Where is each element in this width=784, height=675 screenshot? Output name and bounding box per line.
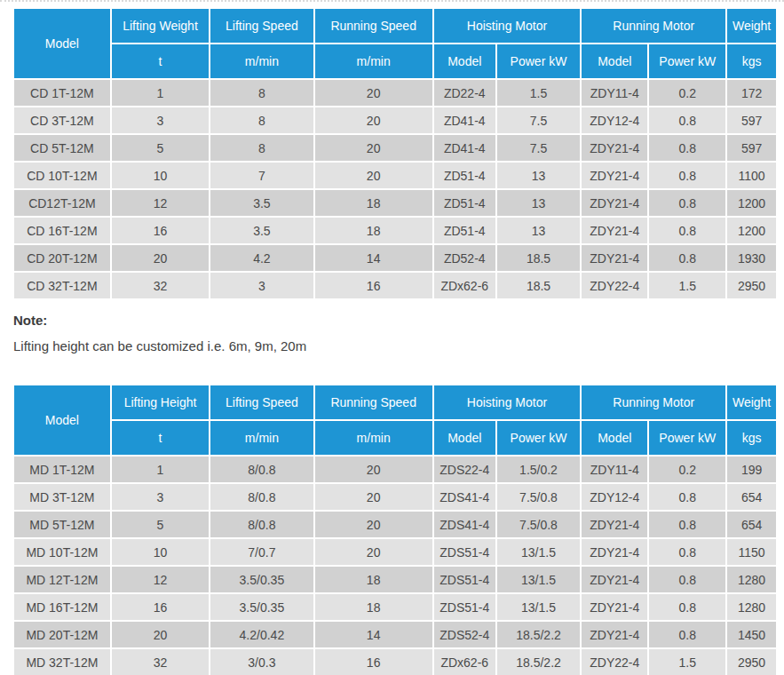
table-cell: 0.8 xyxy=(649,107,725,133)
header-model: Model xyxy=(14,385,110,455)
table-cell: 13 xyxy=(497,218,580,243)
note-text: Lifting height can be customized i.e. 6m… xyxy=(13,338,778,353)
model-cell: CD12T-12M xyxy=(14,190,110,216)
table-cell: 13 xyxy=(497,190,580,216)
table-row: MD 3T-12M38/0.820ZDS41-47.5/0.8ZDY12-40.… xyxy=(14,484,776,510)
header-unit-mmin-running: m/min xyxy=(315,44,432,78)
header-running-model: Model xyxy=(582,44,647,78)
header-running-motor: Running Motor xyxy=(582,9,725,43)
table-row: CD 16T-12M163.518ZD51-413ZDY21-40.81200 xyxy=(14,218,776,243)
model-cell: CD 10T-12M xyxy=(14,163,110,188)
table-row: MD 32T-12M323/0.316ZDx62-618.5/2.2ZDY22-… xyxy=(14,649,776,675)
table-cell: 0.8 xyxy=(649,218,725,243)
model-cell: MD 20T-12M xyxy=(14,622,110,647)
model-cell: CD 16T-12M xyxy=(14,218,110,243)
table-cell: 18.5/2.2 xyxy=(497,649,580,675)
model-cell: MD 5T-12M xyxy=(14,512,110,537)
table-cell: 20 xyxy=(315,512,432,537)
table-cell: ZDY11-4 xyxy=(582,457,647,482)
table-cell: ZDY21-4 xyxy=(582,622,647,647)
table-cell: 20 xyxy=(112,245,209,271)
table-cell: 7.5/0.8 xyxy=(497,484,580,510)
table-cell: ZDY21-4 xyxy=(582,135,647,161)
table-cell: 32 xyxy=(112,649,209,675)
table-row: CD 20T-12M204.214ZD52-418.5ZDY21-40.8193… xyxy=(14,245,776,271)
model-cell: MD 12T-12M xyxy=(14,567,110,592)
table-cell: 0.8 xyxy=(649,567,725,592)
table-cell: 20 xyxy=(315,539,432,565)
table-cell: ZDY21-4 xyxy=(582,245,647,271)
table-body: MD 1T-12M18/0.820ZDS22-41.5/0.2ZDY11-40.… xyxy=(14,457,776,675)
header-unit-kgs: kgs xyxy=(727,44,776,78)
table-cell: 1280 xyxy=(727,567,776,592)
table-cell: 8/0.8 xyxy=(210,484,313,510)
table-cell: 3.5 xyxy=(210,190,313,216)
model-cell: CD 32T-12M xyxy=(14,273,110,298)
header-lifting-height: Lifting Height xyxy=(112,385,209,419)
table-cell: ZDS51-4 xyxy=(434,567,495,592)
table-cell: 16 xyxy=(315,273,432,298)
header-running-power: Power kW xyxy=(649,421,725,455)
table-cell: 20 xyxy=(315,457,432,482)
md-hoist-spec-table: Model Lifting Height Lifting Speed Runni… xyxy=(12,384,778,675)
model-cell: CD 3T-12M xyxy=(14,107,110,133)
table-cell: ZDY21-4 xyxy=(582,594,647,620)
table-cell: 0.8 xyxy=(649,484,725,510)
table-cell: 10 xyxy=(112,163,209,188)
table-cell: 1450 xyxy=(727,622,776,647)
table-cell: 14 xyxy=(315,622,432,647)
table-row: CD 5T-12M5820ZD41-47.5ZDY21-40.8597 xyxy=(14,135,776,161)
table-cell: ZD41-4 xyxy=(434,107,495,133)
table-row: CD12T-12M123.518ZD51-413ZDY21-40.81200 xyxy=(14,190,776,216)
table-cell: 8 xyxy=(210,107,313,133)
table-cell: 0.8 xyxy=(649,539,725,565)
table-cell: 654 xyxy=(727,512,776,537)
spec-page: Model Lifting Weight Lifting Speed Runni… xyxy=(0,0,784,675)
table-cell: 199 xyxy=(727,457,776,482)
table-cell: ZD22-4 xyxy=(434,80,495,106)
table-cell: 16 xyxy=(112,218,209,243)
model-cell: CD 20T-12M xyxy=(14,245,110,271)
header-model: Model xyxy=(14,9,110,78)
table-cell: 0.8 xyxy=(649,190,725,216)
table-cell: 2950 xyxy=(727,649,776,675)
table-cell: ZDS22-4 xyxy=(434,457,495,482)
header-running-speed: Running Speed xyxy=(315,385,432,419)
table-cell: 0.8 xyxy=(649,594,725,620)
table-cell: 1.5 xyxy=(497,80,580,106)
table-cell: 1150 xyxy=(727,539,776,565)
table-cell: 1100 xyxy=(727,163,776,188)
header-row-units: t m/min m/min Model Power kW Model Power… xyxy=(14,421,776,455)
table-cell: 20 xyxy=(315,80,432,106)
table-cell: ZDS41-4 xyxy=(434,512,495,537)
header-row-units: t m/min m/min Model Power kW Model Power… xyxy=(14,44,776,78)
table-cell: 2950 xyxy=(727,273,776,298)
model-cell: MD 1T-12M xyxy=(14,457,110,482)
table-cell: ZDS51-4 xyxy=(434,594,495,620)
table-cell: 18 xyxy=(315,594,432,620)
table-row: CD 10T-12M10720ZD51-413ZDY21-40.81100 xyxy=(14,163,776,188)
note-block: Note: Lifting height can be customized i… xyxy=(13,313,778,353)
table-cell: ZDY21-4 xyxy=(582,163,647,188)
header-weight: Weight xyxy=(727,9,776,43)
table-cell: 18.5 xyxy=(497,245,580,271)
table-cell: 0.8 xyxy=(649,245,725,271)
table-row: CD 32T-12M32316ZDx62-618.5ZDY22-41.52950 xyxy=(14,273,776,298)
table-cell: 32 xyxy=(112,273,209,298)
table-cell: 1 xyxy=(112,80,209,106)
table-row: MD 1T-12M18/0.820ZDS22-41.5/0.2ZDY11-40.… xyxy=(14,457,776,482)
table-cell: 13/1.5 xyxy=(497,539,580,565)
header-hoisting-model: Model xyxy=(434,44,495,78)
header-weight: Weight xyxy=(727,385,776,419)
header-row-titles: Model Lifting Height Lifting Speed Runni… xyxy=(14,385,776,419)
note-label: Note: xyxy=(13,313,778,328)
table-body: CD 1T-12M1820ZD22-41.5ZDY11-40.2172CD 3T… xyxy=(14,80,776,298)
table-cell: 18.5/2.2 xyxy=(497,622,580,647)
table-cell: 1 xyxy=(112,457,209,482)
table-cell: 597 xyxy=(727,107,776,133)
table-cell: 20 xyxy=(112,622,209,647)
table-cell: 3 xyxy=(112,107,209,133)
table-cell: ZDY21-4 xyxy=(582,190,647,216)
table-cell: 3 xyxy=(210,273,313,298)
header-unit-mmin-lifting: m/min xyxy=(210,44,313,78)
